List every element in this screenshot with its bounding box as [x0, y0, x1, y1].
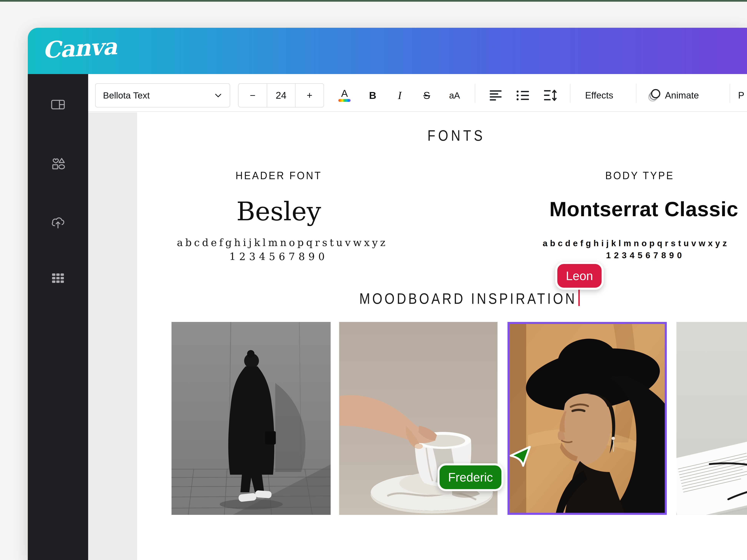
text-color-letter: A	[341, 89, 348, 98]
collaborator-badge-leon: Leon	[555, 262, 603, 290]
woman-in-hat-illustration	[510, 324, 665, 513]
editor-canvas-area: FONTS HEADER FONT BODY TYPE Besley abcde…	[88, 112, 747, 560]
sidebar-item-elements[interactable]	[51, 156, 66, 171]
bulleted-list-button[interactable]	[512, 84, 533, 107]
font-family-selector[interactable]: Bellota Text	[95, 83, 230, 107]
font-size-stepper: − 24 +	[238, 83, 324, 107]
italic-button[interactable]: I	[389, 84, 410, 107]
app-header: Canva	[28, 28, 747, 74]
text-toolbar: Bellota Text − 24 + A B I S aA	[88, 74, 747, 112]
font-size-decrease-button[interactable]: −	[238, 84, 267, 107]
effects-button[interactable]: Effects	[585, 84, 613, 107]
header-font-label[interactable]: HEADER FONT	[200, 169, 357, 182]
elements-icon	[51, 156, 66, 171]
design-page[interactable]: FONTS HEADER FONT BODY TYPE Besley abcde…	[137, 112, 747, 560]
apps-grid-icon	[51, 271, 66, 286]
sidebar	[28, 74, 88, 560]
toolbar-divider	[475, 84, 475, 103]
moodboard-image-magazine[interactable]	[676, 322, 747, 515]
magazine-sunglasses-illustration	[676, 322, 747, 515]
position-button-partial[interactable]: P	[738, 84, 744, 107]
browser-top-strip	[0, 0, 747, 2]
toolbar-divider	[570, 84, 570, 103]
sidebar-item-uploads[interactable]	[51, 215, 66, 230]
sidebar-item-templates[interactable]	[51, 97, 66, 112]
upload-cloud-icon	[51, 215, 66, 230]
header-font-numerals[interactable]: 1234567890	[177, 251, 381, 263]
body-font-label[interactable]: BODY TYPE	[561, 169, 718, 182]
rainbow-color-bar	[338, 99, 351, 102]
line-spacing-icon	[544, 89, 557, 101]
text-align-button[interactable]	[485, 84, 506, 107]
body-font-alphabet[interactable]: abcdefghijklmnopqrstuvwxyz	[543, 238, 729, 248]
toolbar-divider	[636, 84, 637, 103]
text-color-button[interactable]: A	[334, 84, 355, 107]
body-font-numerals[interactable]: 1234567890	[571, 250, 720, 260]
collaborator-cursor-frederic	[509, 446, 531, 467]
font-size-value[interactable]: 24	[267, 84, 295, 107]
collaborator-badge-frederic: Frederic	[437, 463, 504, 491]
moodboard-heading[interactable]: MOODBOARD INSPIRATION	[359, 290, 580, 307]
sidebar-item-apps[interactable]	[51, 271, 66, 286]
chevron-down-icon	[214, 91, 222, 100]
bulleted-list-icon	[517, 90, 529, 100]
text-caret	[578, 290, 580, 306]
moodboard-image-figure[interactable]	[172, 322, 331, 515]
line-spacing-button[interactable]	[540, 84, 561, 107]
animate-button[interactable]: Animate	[647, 84, 699, 107]
font-size-increase-button[interactable]: +	[295, 84, 324, 107]
figure-in-black-coat-illustration	[172, 322, 331, 515]
toolbar-divider	[729, 84, 730, 103]
align-left-icon	[490, 90, 501, 101]
moodboard-heading-text: MOODBOARD INSPIRATION	[359, 290, 577, 307]
body-font-name[interactable]: Montserrat Classic	[549, 197, 738, 221]
page-title[interactable]: FONTS	[362, 127, 551, 144]
strikethrough-button[interactable]: S	[416, 84, 437, 107]
text-case-button[interactable]: aA	[444, 84, 465, 107]
header-font-alphabet[interactable]: abcdefghijklmnopqrstuvwxyz	[177, 237, 381, 248]
header-font-name[interactable]: Besley	[196, 196, 362, 226]
templates-icon	[51, 97, 66, 112]
canva-app-window: Canva	[28, 28, 747, 560]
bold-button[interactable]: B	[362, 84, 383, 107]
moodboard-image-woman-hat[interactable]	[508, 322, 667, 515]
canva-logo[interactable]: Canva	[42, 33, 118, 63]
font-family-value: Bellota Text	[103, 90, 150, 101]
animate-label: Animate	[665, 90, 699, 101]
main-area: Bellota Text − 24 + A B I S aA	[88, 74, 747, 560]
animate-icon	[647, 88, 662, 103]
